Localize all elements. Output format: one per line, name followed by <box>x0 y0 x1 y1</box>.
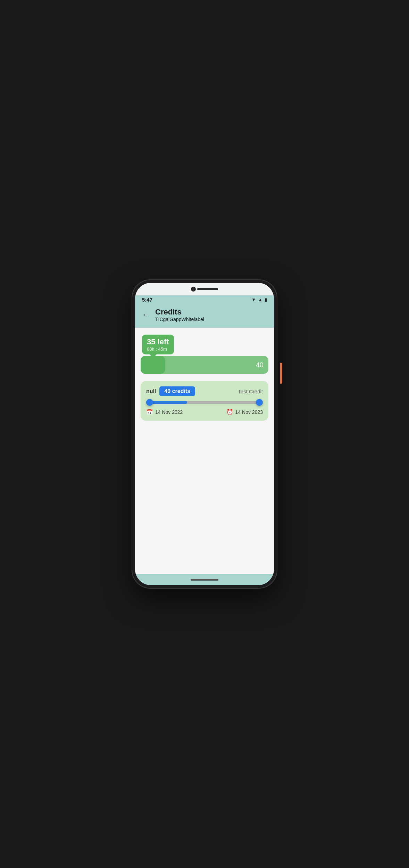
dates-row: 📅 14 Nov 2022 ⏰ 14 Nov 2023 <box>146 409 263 415</box>
end-date-text: 14 Nov 2023 <box>235 409 263 415</box>
speaker-grille <box>197 288 218 290</box>
status-time: 5:47 <box>142 297 152 303</box>
side-button <box>280 363 282 384</box>
progress-section: 35 left 08h : 45m 40 <box>141 335 268 374</box>
tooltip-main-text: 35 left <box>147 337 169 346</box>
wifi-icon: ▼ <box>251 297 256 302</box>
null-label: null <box>146 388 156 394</box>
page-subtitle: TICgalGappWhitelabel <box>155 317 204 322</box>
credit-card-header: null 40 credits Test Credit <box>146 386 263 396</box>
test-credit-label: Test Credit <box>238 388 263 394</box>
slider-thumb-right[interactable] <box>256 399 263 406</box>
status-icons: ▼ ▲ ▮ <box>251 297 267 302</box>
slider-track <box>146 401 263 404</box>
signal-icon: ▲ <box>258 297 262 302</box>
credits-badge: 40 credits <box>159 386 195 396</box>
start-date-text: 14 Nov 2022 <box>155 409 183 415</box>
end-date-icon: ⏰ <box>226 409 233 415</box>
progress-bar-value: 40 <box>256 361 264 369</box>
slider-thumb-left[interactable] <box>146 399 153 406</box>
credit-card: null 40 credits Test Credit <box>141 381 268 421</box>
battery-icon: ▮ <box>265 297 267 302</box>
main-content: 35 left 08h : 45m 40 null 40 credits Tes… <box>135 328 274 574</box>
progress-bar-fill <box>141 356 165 374</box>
start-date: 📅 14 Nov 2022 <box>146 409 183 415</box>
end-date: ⏰ 14 Nov 2023 <box>226 409 263 415</box>
phone-screen: 5:47 ▼ ▲ ▮ ← Credits TICgalGappWhitelabe… <box>135 283 274 585</box>
phone-frame: 5:47 ▼ ▲ ▮ ← Credits TICgalGappWhitelabe… <box>132 279 277 589</box>
slider-container[interactable] <box>146 401 263 404</box>
credit-card-left: null 40 credits <box>146 386 195 396</box>
status-bar: 5:47 ▼ ▲ ▮ <box>135 295 274 304</box>
home-indicator <box>191 579 218 581</box>
phone-top-bar <box>135 283 274 295</box>
tooltip-sub-text: 08h : 45m <box>147 346 169 352</box>
start-date-icon: 📅 <box>146 409 153 415</box>
progress-tooltip: 35 left 08h : 45m <box>142 335 174 354</box>
back-button[interactable]: ← <box>142 310 150 319</box>
header-text: Credits TICgalGappWhitelabel <box>155 308 204 322</box>
bottom-bar <box>135 574 274 585</box>
app-header: ← Credits TICgalGappWhitelabel <box>135 304 274 328</box>
page-title: Credits <box>155 308 204 317</box>
camera-cutout <box>191 287 196 292</box>
progress-bar-container: 40 <box>141 356 268 374</box>
